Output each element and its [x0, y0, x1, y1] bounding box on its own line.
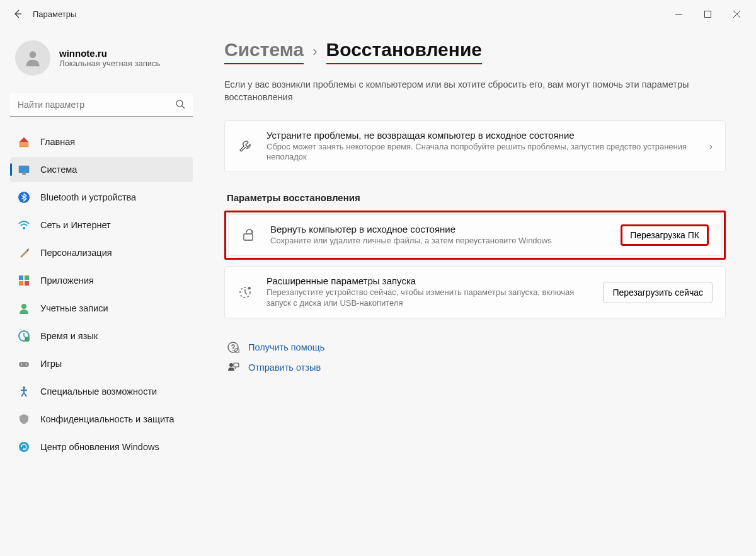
maximize-icon — [704, 11, 711, 18]
page-description: Если у вас возникли проблемы с компьютер… — [224, 78, 726, 104]
reset-icon — [241, 228, 256, 243]
shield-icon — [18, 413, 30, 426]
svg-rect-19 — [244, 234, 253, 240]
search-icon — [175, 99, 185, 112]
svg-rect-7 — [19, 275, 23, 280]
user-info[interactable]: winnote.ru Локальная учетная запись — [10, 35, 193, 88]
gamepad-icon — [18, 357, 30, 370]
sidebar-item-label: Время и язык — [40, 331, 98, 341]
reset-pc-button[interactable]: Перезагрузка ПК — [621, 224, 709, 246]
svg-rect-10 — [25, 281, 29, 286]
sidebar-item-apps[interactable]: Приложения — [10, 268, 193, 293]
link-label: Отправить отзыв — [248, 362, 321, 373]
feedback-icon — [227, 361, 239, 374]
main-content: Система › Восстановление Если у вас возн… — [200, 28, 751, 556]
sidebar-item-update[interactable]: Центр обновления Windows — [10, 434, 193, 460]
search-input[interactable] — [10, 93, 193, 117]
card-subtitle: Перезапустите устройство сейчас, чтобы и… — [266, 287, 593, 309]
chevron-right-icon: › — [709, 141, 713, 151]
sidebar-item-network[interactable]: Сеть и Интернет — [10, 212, 193, 238]
minimize-icon — [675, 11, 682, 18]
update-icon — [18, 441, 30, 453]
svg-point-22 — [232, 350, 234, 351]
feedback-link[interactable]: Отправить отзыв — [224, 357, 726, 378]
system-icon — [18, 163, 30, 176]
sidebar-item-privacy[interactable]: Конфиденциальность и защита — [10, 407, 193, 432]
troubleshoot-card[interactable]: Устраните проблемы, не возвращая компьют… — [224, 120, 726, 173]
sidebar-item-label: Персонализация — [40, 248, 112, 258]
chevron-right-icon: › — [312, 43, 317, 60]
sidebar-item-label: Специальные возможности — [40, 386, 157, 397]
apps-icon — [18, 274, 30, 287]
svg-point-11 — [21, 304, 26, 309]
svg-point-6 — [23, 227, 25, 229]
breadcrumb: Система › Восстановление — [224, 39, 726, 64]
svg-point-16 — [26, 364, 27, 365]
user-subtitle: Локальная учетная запись — [59, 59, 160, 68]
window-title: Параметры — [33, 9, 76, 19]
avatar — [15, 40, 50, 76]
svg-rect-4 — [22, 173, 26, 175]
sidebar-item-label: Приложения — [40, 275, 94, 286]
sidebar-item-label: Центр обновления Windows — [40, 442, 159, 452]
window-minimize-button[interactable] — [664, 4, 693, 24]
sidebar-item-label: Bluetooth и устройства — [40, 192, 136, 202]
svg-point-2 — [176, 100, 183, 107]
get-help-link[interactable]: Получить помощь — [224, 337, 726, 357]
sidebar-item-home[interactable]: Главная — [10, 129, 193, 154]
window-maximize-button[interactable] — [693, 4, 722, 24]
person-icon — [23, 48, 43, 68]
breadcrumb-current: Восстановление — [326, 39, 482, 64]
sidebar-item-label: Система — [40, 165, 77, 175]
sidebar-item-label: Главная — [40, 137, 75, 147]
clock-icon — [18, 330, 30, 342]
restart-icon — [238, 285, 253, 300]
accessibility-icon — [18, 385, 30, 398]
sidebar-item-bluetooth[interactable]: Bluetooth и устройства — [10, 185, 193, 210]
section-header: Параметры восстановления — [227, 192, 726, 203]
advanced-startup-card: Расширенные параметры запуска Перезапуст… — [224, 266, 726, 318]
help-icon — [227, 341, 239, 354]
wifi-icon — [18, 219, 30, 231]
svg-point-15 — [21, 364, 22, 365]
card-title: Устраните проблемы, не возвращая компьют… — [266, 130, 699, 141]
svg-rect-14 — [19, 362, 29, 367]
close-icon — [733, 11, 740, 18]
svg-point-1 — [30, 51, 37, 58]
link-label: Получить помощь — [248, 342, 324, 352]
back-button[interactable] — [5, 1, 30, 26]
sidebar: winnote.ru Локальная учетная запись Глав… — [5, 28, 200, 556]
card-subtitle: Сброс может занять некоторое время. Снач… — [266, 142, 699, 163]
highlight-annotation: Вернуть компьютер в исходное состояние С… — [224, 211, 726, 260]
sidebar-item-label: Конфиденциальность и защита — [40, 414, 175, 424]
bluetooth-icon — [18, 191, 30, 204]
user-name: winnote.ru — [59, 48, 160, 59]
svg-point-24 — [229, 363, 233, 367]
sidebar-item-time[interactable]: Время и язык — [10, 323, 193, 349]
reset-pc-card: Вернуть компьютер в исходное состояние С… — [228, 214, 722, 256]
svg-rect-9 — [19, 281, 23, 286]
card-title: Расширенные параметры запуска — [266, 275, 593, 286]
card-title: Вернуть компьютер в исходное состояние — [270, 224, 610, 235]
wrench-icon — [238, 139, 253, 154]
svg-rect-0 — [704, 11, 711, 17]
sidebar-item-label: Учетные записи — [40, 303, 108, 313]
svg-point-18 — [19, 442, 29, 452]
breadcrumb-parent[interactable]: Система — [224, 39, 304, 64]
sidebar-item-accounts[interactable]: Учетные записи — [10, 296, 193, 321]
svg-point-17 — [23, 386, 25, 389]
restart-now-button[interactable]: Перезагрузить сейчас — [603, 282, 713, 303]
sidebar-item-personalization[interactable]: Персонализация — [10, 240, 193, 265]
svg-rect-8 — [25, 275, 29, 280]
back-arrow-icon — [13, 9, 23, 19]
sidebar-item-gaming[interactable]: Игры — [10, 351, 193, 376]
sidebar-item-label: Игры — [40, 359, 62, 369]
card-subtitle: Сохраните или удалите личные файлы, а за… — [270, 236, 610, 246]
svg-rect-25 — [234, 363, 239, 367]
person-icon — [18, 302, 30, 315]
sidebar-item-system[interactable]: Система — [10, 157, 193, 182]
sidebar-item-accessibility[interactable]: Специальные возможности — [10, 379, 193, 404]
title-bar: Параметры — [0, 0, 756, 28]
window-close-button[interactable] — [722, 4, 751, 24]
svg-rect-3 — [19, 166, 29, 173]
